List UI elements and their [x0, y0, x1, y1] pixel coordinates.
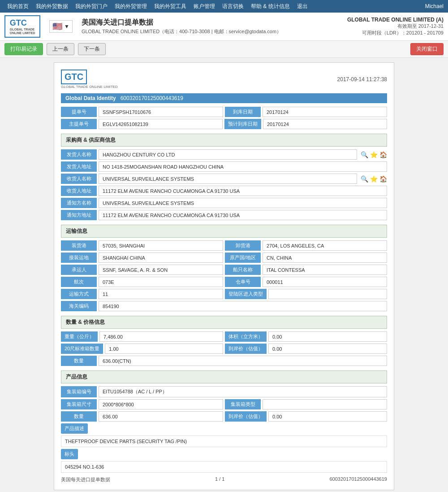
- header-right: GLOBAL TRADE ONLINE LIMITED (A) 有效期至 201…: [347, 17, 444, 36]
- consignee-name-value: UNIVERSAL SURVEILLANCE SYSTEMS: [99, 174, 357, 184]
- container-count-col: 20尺标准箱数量 1.00: [61, 344, 223, 354]
- container-type-value: [263, 399, 387, 409]
- quantity-price-section-header: 数量 & 价格信息: [61, 316, 387, 329]
- transport-mode-value: 11: [99, 289, 223, 299]
- doc-timestamp: 2017-09-14 11:27:38: [337, 76, 387, 83]
- page-title: 美国海关进口提单数据: [82, 18, 347, 27]
- top-toolbar: 打印易记录 上一条 下一条 关闭窗口: [0, 41, 448, 58]
- loading-port-value: 57035, SHANGHAI: [99, 240, 223, 251]
- quantity-value: 636.00(CTN): [99, 356, 387, 366]
- print-button[interactable]: 打印易记录: [4, 43, 43, 55]
- company-name: GLOBAL TRADE ONLINE LIMITED (A): [347, 17, 444, 23]
- gdi-bar: Global Data Identity 6003201701250004436…: [61, 93, 387, 103]
- page-header: GTC GLOBAL TRADEONLINE LIMITED 🇺🇸 ▼ 美国海关…: [0, 13, 448, 41]
- consignee-icons: 🔍 ⭐ 🏠: [361, 174, 387, 184]
- search-icon-2[interactable]: 🔍: [361, 175, 368, 183]
- product-desc-label-row: 产品描述: [61, 423, 387, 434]
- doc-id: 600320170125000443619: [330, 476, 387, 483]
- nav-trade-mgmt[interactable]: 我的外贸管理: [112, 1, 150, 12]
- shipper-address-label: 发货人地址: [61, 161, 97, 172]
- volume-col: 体积（立方米） 0.00: [225, 331, 387, 342]
- master-bill-row: 主提单号 EGLV142651082139 预计到库日期 20170124: [61, 119, 387, 129]
- close-button[interactable]: 关闭窗口: [410, 43, 444, 55]
- nav-logout[interactable]: 退出: [294, 1, 310, 12]
- nav-trade-data[interactable]: 我的外贸数据: [33, 1, 71, 12]
- container-size-type-row: 集装箱尺寸 2000*806*800 集装箱类型: [61, 399, 387, 409]
- shipper-name-label: 发货人名称: [61, 149, 97, 160]
- voyage-label: 航次: [61, 277, 97, 287]
- shipper-icons: 🔍 ⭐ 🏠: [361, 149, 387, 160]
- nav-trade-portal[interactable]: 我的外贸门户: [73, 1, 110, 12]
- container-no-label: 集装箱编号: [61, 386, 97, 397]
- username: Michael: [425, 3, 444, 9]
- master-bill-label: 主提单号: [61, 119, 97, 129]
- transport-row-1: 装货港 57035, SHANGHAI 卸货港 2704, LOS ANGELE…: [61, 240, 387, 251]
- product-section-header: 产品信息: [61, 370, 387, 383]
- logo-area: GTC GLOBAL TRADEONLINE LIMITED 🇺🇸 ▼: [4, 15, 73, 38]
- product-qty-col: 数量 636.00: [61, 411, 223, 422]
- prev-button[interactable]: 上一条: [47, 43, 74, 55]
- home-icon-2[interactable]: 🏠: [379, 175, 387, 183]
- warehouse-label: 仓单号: [225, 277, 261, 287]
- weight-value: 7,486.00: [99, 331, 223, 342]
- nav-language[interactable]: 语言切换: [220, 1, 246, 12]
- vessel-col: 船只名称 ITAL CONTESSA: [225, 265, 387, 275]
- loading-port-col: 装货港 57035, SHANGHAI: [61, 240, 223, 251]
- transport-mode-col: 运输方式 11: [61, 289, 223, 299]
- entry-type-label: 登陆区进入类型: [225, 289, 267, 299]
- star-icon[interactable]: ⭐: [370, 151, 378, 158]
- expiry-date: 2017-12-31: [418, 23, 444, 29]
- container-size-label: 集装箱尺寸: [61, 399, 97, 409]
- star-icon-2[interactable]: ⭐: [370, 175, 378, 183]
- warehouse-col: 仓单号 000011: [225, 277, 387, 287]
- main-content: GTC GLOBAL TRADE ONLINE LIMITED 2017-09-…: [0, 58, 448, 492]
- volume-label: 体积（立方米）: [225, 331, 267, 342]
- gdi-label: Global Data Identity: [65, 95, 116, 101]
- carrier-label: 承运人: [61, 265, 97, 275]
- origin-country-value: CN, CHINA: [263, 253, 387, 263]
- dropdown-arrow-icon: ▼: [64, 23, 69, 30]
- arrival-date-label: 到库日期: [225, 107, 261, 117]
- container-type-label: 集装箱类型: [225, 399, 261, 409]
- transport-mode-label: 运输方式: [61, 289, 97, 299]
- quantity-row: 数量 636.00(CTN): [61, 356, 387, 366]
- doc-pagination: 美国每关进口提单数据 1 / 1 600320170125000443619: [61, 476, 387, 483]
- container-size-col: 集装箱尺寸 2000*806*800: [61, 399, 223, 409]
- place-of-receipt-label: 接装运地: [61, 253, 97, 263]
- doc-type-label: 美国每关进口提单数据: [61, 476, 110, 483]
- voyage-col: 航次 073E: [61, 277, 223, 287]
- notify-name-row: 通知方名称 UNIVERSAL SURVEILLANCE SYSTEMS: [61, 198, 387, 208]
- search-icon[interactable]: 🔍: [361, 151, 368, 158]
- nav-trade-tools[interactable]: 我的外贸工具: [151, 1, 189, 12]
- flag-icon: 🇺🇸: [52, 22, 62, 31]
- bill-number-row: 提单号 SSNFSPSH17010676 到库日期 20170124: [61, 107, 387, 117]
- carrier-col: 承运人 SSNF, SAVAGE, A. R. & SON: [61, 265, 223, 275]
- bill-number-value: SSNFSPSH17010676: [99, 107, 223, 117]
- nav-account[interactable]: 账户管理: [191, 1, 218, 12]
- home-icon[interactable]: 🏠: [379, 151, 387, 158]
- product-desc-label: 产品描述: [61, 423, 88, 434]
- user-info: Michael: [425, 3, 444, 9]
- transport-section-header: 运输信息: [61, 225, 387, 238]
- container-size-value: 2000*806*800: [99, 399, 223, 409]
- doc-header: GTC GLOBAL TRADE ONLINE LIMITED 2017-09-…: [61, 70, 387, 89]
- place-of-receipt-value: SHANGHAI CHINA: [99, 253, 223, 263]
- consignee-address-label: 收货人地址: [61, 186, 97, 196]
- product-price-label: 到岸价（估值）: [225, 411, 267, 422]
- nav-help[interactable]: 帮助 & 统计信息: [248, 1, 293, 12]
- next-button[interactable]: 下一条: [78, 43, 106, 55]
- nav-home[interactable]: 我的首页: [4, 1, 31, 12]
- container-no-value: EITU1054788（AC / L / PP）: [99, 386, 387, 397]
- product-price-value: 0.00: [268, 411, 387, 422]
- qp-row-1: 重量（公斤） 7,486.00 体积（立方米） 0.00: [61, 331, 387, 342]
- weight-label: 重量（公斤）: [61, 331, 98, 342]
- doc-logo-sub: GLOBAL TRADE ONLINE LIMITED: [61, 85, 118, 89]
- notify-name-value: UNIVERSAL SURVEILLANCE SYSTEMS: [99, 198, 387, 208]
- top-navigation: 我的首页 我的外贸数据 我的外贸门户 我的外贸管理 我的外贸工具 账户管理 语言…: [0, 0, 448, 13]
- entry-type-value: [268, 289, 387, 299]
- estimated-arrival-value: 20170124: [263, 119, 387, 129]
- flag-selector[interactable]: 🇺🇸 ▼: [49, 20, 73, 33]
- customs-code-label: 海关编码: [61, 301, 97, 311]
- header-subtitle: GLOBAL TRADE ONLINE LIMITED（电话：400-710-3…: [82, 28, 347, 35]
- loading-port-label: 装货港: [61, 240, 97, 251]
